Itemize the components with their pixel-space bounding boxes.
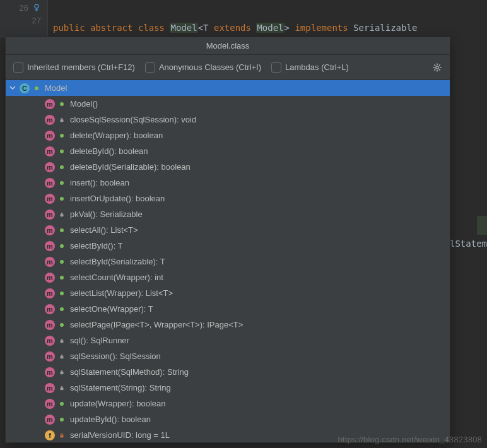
structure-tree[interactable]: C Model mModel()mcloseSqlSession(SqlSess… (6, 80, 450, 442)
svg-point-10 (35, 86, 38, 90)
svg-point-21 (60, 228, 64, 232)
tree-item-label: serialVersionUID: long = 1L (70, 430, 170, 440)
checkbox-icon (145, 62, 155, 73)
background-code-fragment: lStatem (450, 239, 487, 249)
tree-item-label: closeSqlSession(SqlSession): void (70, 115, 196, 124)
tree-item-label: selectById(): T (70, 241, 123, 251)
checkbox-label: Inherited members (Ctrl+F12) (27, 62, 135, 72)
implements-gutter-icon[interactable] (32, 3, 41, 12)
tree-item-label: deleteById(Serializable): boolean (70, 162, 191, 172)
code-line: public abstract class Model<T extends Mo… (48, 21, 487, 34)
tree-item[interactable]: minsertOrUpdate(): boolean (6, 191, 450, 206)
tree-item-label: selectOne(Wrapper): T (70, 304, 153, 314)
svg-point-26 (60, 307, 64, 311)
tree-item[interactable]: mdeleteById(Serializable): boolean (6, 159, 450, 175)
public-visibility-icon (57, 179, 66, 187)
public-visibility-icon (57, 131, 66, 140)
tree-item[interactable]: mselectAll(): List<T> (6, 222, 450, 238)
svg-line-8 (439, 64, 440, 66)
svg-point-18 (60, 197, 64, 201)
tree-item[interactable]: msqlStatement(SqlMethod): String (6, 364, 450, 380)
tree-item-label: updateById(): boolean (70, 415, 151, 424)
chevron-down-icon (9, 85, 17, 92)
editor-gutter: 26 27 (0, 0, 48, 38)
tree-item-label: update(Wrapper): boolean (70, 399, 166, 408)
checkbox-anonymous-classes[interactable]: Anonymous Classes (Ctrl+I) (145, 62, 261, 73)
private-visibility-icon (57, 431, 66, 440)
public-visibility-icon (57, 226, 66, 235)
svg-rect-35 (61, 387, 64, 390)
svg-point-37 (60, 418, 64, 421)
public-visibility-icon (57, 257, 66, 266)
protected-visibility-icon (57, 336, 66, 345)
tree-item[interactable]: mselectById(): T (6, 238, 450, 254)
protected-visibility-icon (57, 115, 66, 124)
svg-point-28 (61, 339, 62, 340)
svg-point-12 (61, 118, 62, 119)
gear-icon[interactable] (432, 62, 442, 73)
tree-item[interactable]: mdeleteById(): boolean (6, 143, 450, 159)
tree-item[interactable]: msql(): SqlRunner (6, 333, 450, 348)
public-visibility-icon (57, 399, 66, 408)
tree-item-label: Model() (70, 99, 98, 109)
svg-point-0 (35, 4, 38, 8)
public-visibility-icon (57, 415, 66, 424)
checkbox-inherited-members[interactable]: Inherited members (Ctrl+F12) (13, 62, 135, 73)
tree-item[interactable]: mupdate(Wrapper): boolean (6, 396, 450, 411)
method-icon: m (45, 351, 55, 362)
tree-item-label: sqlStatement(SqlMethod): String (70, 367, 189, 377)
protected-visibility-icon (57, 368, 66, 377)
svg-point-11 (60, 102, 64, 106)
public-visibility-icon (57, 305, 66, 314)
tree-item[interactable]: msqlSession(): SqlSession (6, 348, 450, 364)
tree-item[interactable]: mModel() (6, 96, 450, 112)
tree-root-class[interactable]: C Model (6, 80, 450, 96)
tree-item[interactable]: mselectById(Serializable): T (6, 254, 450, 269)
line-number: 26 (20, 3, 28, 13)
editor-highlight-strip (477, 216, 487, 235)
svg-point-24 (60, 276, 64, 280)
svg-point-22 (60, 244, 64, 248)
public-visibility-icon (57, 273, 66, 282)
code-area[interactable]: public abstract class Model<T extends Mo… (48, 0, 487, 38)
tree-item[interactable]: mselectCount(Wrapper): int (6, 269, 450, 285)
checkbox-label: Anonymous Classes (Ctrl+I) (159, 62, 261, 72)
tree-item[interactable]: mdelete(Wrapper): boolean (6, 127, 450, 143)
tree-item[interactable]: mselectOne(Wrapper): T (6, 301, 450, 317)
svg-rect-31 (61, 356, 64, 358)
tree-item[interactable]: minsert(): boolean (6, 175, 450, 191)
svg-point-23 (60, 260, 64, 264)
tree-item-label: sql(): SqlRunner (70, 336, 129, 345)
public-visibility-icon (32, 84, 41, 93)
tree-item-label: insertOrUpdate(): boolean (70, 194, 165, 203)
svg-point-34 (61, 386, 62, 387)
svg-point-14 (60, 134, 64, 138)
method-icon: m (45, 209, 55, 220)
tree-item[interactable]: mcloseSqlSession(SqlSession): void (6, 112, 450, 127)
method-icon: m (45, 194, 55, 204)
svg-rect-13 (61, 119, 64, 122)
popup-toolbar: Inherited members (Ctrl+F12) Anonymous C… (6, 55, 450, 80)
gutter-line: 26 (0, 1, 47, 14)
svg-line-6 (434, 64, 435, 66)
svg-point-1 (436, 66, 438, 68)
checkbox-label: Lambdas (Ctrl+L) (285, 62, 349, 72)
svg-point-16 (60, 165, 64, 169)
svg-rect-29 (61, 340, 64, 343)
method-icon: m (45, 99, 55, 109)
protected-visibility-icon (57, 210, 66, 219)
svg-point-27 (60, 323, 64, 327)
public-visibility-icon (57, 289, 66, 298)
svg-point-25 (60, 292, 64, 295)
tree-item-label: deleteById(): boolean (70, 146, 148, 156)
method-icon: m (45, 131, 55, 141)
tree-item[interactable]: msqlStatement(String): String (6, 380, 450, 396)
tree-item[interactable]: mupdateById(): boolean (6, 411, 450, 427)
checkbox-lambdas[interactable]: Lambdas (Ctrl+L) (271, 62, 349, 73)
method-icon: m (45, 288, 55, 298)
tree-item[interactable]: mselectPage(IPage<T>, Wrapper<T>): IPage… (6, 317, 450, 333)
tree-item[interactable]: mpkVal(): Serializable (6, 206, 450, 222)
tree-item-label: pkVal(): Serializable (70, 209, 143, 219)
public-visibility-icon (57, 147, 66, 156)
tree-item[interactable]: mselectList(Wrapper): List<T> (6, 285, 450, 301)
